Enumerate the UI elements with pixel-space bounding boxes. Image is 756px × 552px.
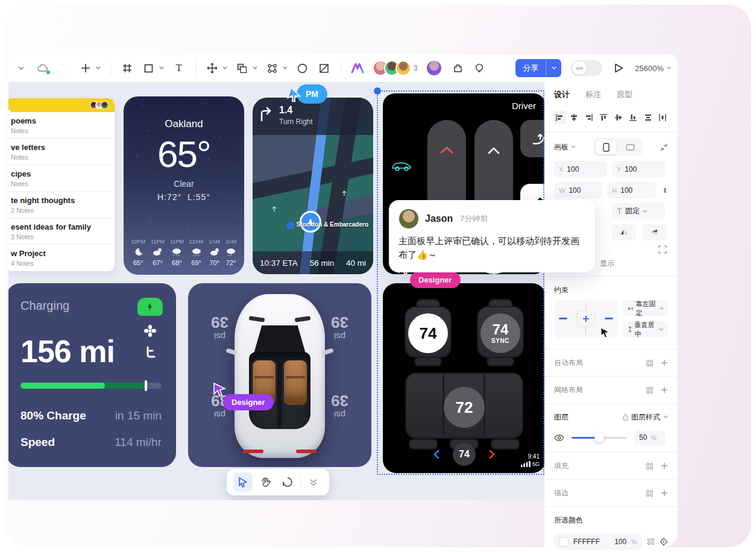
screenshot-stage: T (0, 0, 756, 552)
visibility-eye-icon[interactable] (554, 434, 564, 441)
y-position-field[interactable]: Y100 (612, 161, 665, 177)
style-library-icon[interactable] (646, 386, 654, 394)
opacity-slider-knob[interactable] (594, 433, 604, 442)
align-left-icon[interactable] (553, 111, 566, 124)
tab-annotate[interactable]: 标注 (585, 89, 601, 100)
share-chevron-icon[interactable] (546, 59, 561, 77)
design-canvas[interactable]: poems Notes ve letters Notes cipes Notes… (8, 82, 544, 500)
list-item[interactable]: cipes Notes (8, 165, 115, 192)
align-top-icon[interactable] (597, 111, 610, 124)
tire-pressure-card[interactable]: 39psi 39psi 39psi 39psi (188, 283, 371, 467)
color-swatch[interactable] (559, 537, 569, 547)
layer-style-dropdown[interactable]: 图层样式 (623, 412, 668, 422)
distribute-h-icon[interactable] (641, 111, 655, 124)
align-bottom-icon[interactable] (626, 111, 640, 124)
constrain-proportions-icon[interactable] (661, 187, 669, 194)
play-button[interactable] (612, 61, 625, 75)
selected-colors-title: 所选颜色 (554, 515, 583, 525)
comment-tool-button[interactable] (278, 472, 297, 492)
resize-mode-dropdown[interactable]: 固定 (612, 203, 665, 219)
shape-rect-tool[interactable] (142, 61, 156, 75)
clip-display-label[interactable]: 显示 (600, 259, 614, 269)
color-target-icon[interactable] (660, 538, 668, 546)
insert-chevron-icon[interactable] (96, 66, 101, 70)
move-tool[interactable] (206, 61, 219, 75)
add-auto-layout-icon[interactable] (661, 359, 668, 366)
alignment-toolbar (544, 106, 678, 132)
corner-radius-icon[interactable] (658, 245, 667, 254)
distribute-v-icon[interactable] (656, 111, 669, 124)
charging-card[interactable]: Charging 156 mi 80% Charge in 15 min Spe… (8, 283, 176, 467)
insert-plus-tool[interactable] (79, 61, 92, 75)
opacity-field[interactable]: 50 % (634, 430, 666, 445)
cloud-rain-icon (171, 248, 182, 256)
ai-logo[interactable] (351, 61, 364, 75)
style-library-icon[interactable] (646, 462, 654, 470)
width-field[interactable]: W100 (554, 182, 602, 198)
stroke-section: 描边 (544, 480, 678, 507)
select-tool-button[interactable] (233, 472, 253, 492)
tab-prototype[interactable]: 原型 (617, 89, 632, 100)
collaborator-avatars[interactable]: 3 (373, 60, 418, 76)
flip-horizontal-button[interactable] (612, 224, 636, 240)
list-item[interactable]: ve letters Notes (8, 139, 115, 165)
navigation-card[interactable]: 1.4 Turn Right Stockton & Embarcadero 10… (253, 98, 373, 274)
selection-rectangle[interactable] (377, 90, 544, 475)
add-fill-icon[interactable] (661, 462, 668, 469)
dev-mode-toggle[interactable]: </> (571, 60, 602, 76)
cloud-sync-icon[interactable] (36, 61, 49, 75)
list-item[interactable]: w Project 4 Notes (8, 245, 115, 271)
list-item[interactable]: te night thoughts 2 Notes (8, 192, 115, 218)
menu-chevron-icon[interactable] (14, 61, 28, 75)
fill-label: 填充 (554, 461, 569, 471)
flip-vertical-button[interactable] (642, 224, 666, 240)
selection-handle-dot[interactable] (374, 87, 381, 95)
plugin-icon[interactable] (451, 61, 464, 75)
notes-app-card[interactable]: poems Notes ve letters Notes cipes Notes… (8, 98, 115, 271)
collapse-toolbar-button[interactable] (304, 472, 323, 492)
tire-pressure-front-right: 39psi (331, 315, 348, 342)
color-value-field[interactable]: FFFFFF 100 % (554, 533, 642, 550)
shape-chevron-icon[interactable] (159, 66, 164, 70)
vector-chevron-icon[interactable] (283, 66, 288, 70)
charging-car-icon (137, 298, 163, 316)
slice-crop-tool[interactable] (318, 61, 331, 75)
tab-design[interactable]: 设计 (554, 89, 570, 100)
align-h-center-icon[interactable] (567, 111, 581, 124)
style-library-icon[interactable] (647, 538, 655, 545)
share-button[interactable]: 分享 (515, 59, 561, 77)
list-item[interactable]: poems Notes (8, 112, 115, 139)
horizontal-constraint-dropdown[interactable]: 靠左固定 (623, 300, 668, 316)
current-user-avatar[interactable] (426, 60, 443, 77)
boolean-chevron-icon[interactable] (253, 66, 257, 70)
landscape-orientation-button[interactable] (620, 140, 640, 154)
comment-popup[interactable]: Jason 7分钟前 主面板早上评审已确认，可以移动到待开发画布了👍～ (389, 200, 595, 272)
text-tool[interactable]: T (172, 61, 186, 75)
blend-drop-icon (623, 413, 628, 421)
portrait-orientation-button[interactable] (596, 140, 616, 154)
height-field[interactable]: H100 (607, 182, 655, 198)
comment-avatar (398, 209, 419, 229)
lightbulb-icon[interactable] (473, 61, 486, 75)
hand-tool-button[interactable] (256, 472, 275, 492)
x-position-field[interactable]: X100 (554, 161, 607, 177)
weather-card[interactable]: Oakland 65° Clear H:72° L:55° 10PM 65° 1… (124, 96, 244, 275)
vertical-constraint-dropdown[interactable]: 垂直居中 (623, 321, 668, 337)
add-grid-layout-icon[interactable] (661, 386, 668, 394)
comment-timestamp: 7分钟前 (460, 213, 488, 224)
collapse-panel-icon[interactable] (660, 143, 668, 151)
vector-node-tool[interactable] (266, 61, 279, 75)
list-item[interactable]: esent ideas for family 2 Notes (8, 218, 115, 245)
align-right-icon[interactable] (582, 111, 596, 124)
opacity-slider[interactable] (572, 437, 627, 439)
style-library-icon[interactable] (646, 489, 654, 497)
zoom-level-control[interactable]: 25600% (635, 64, 672, 73)
artboard-type-dropdown[interactable]: 画板 (554, 142, 576, 152)
mask-circle-tool[interactable] (296, 61, 309, 75)
boolean-shapes-tool[interactable] (236, 61, 249, 75)
add-stroke-icon[interactable] (661, 489, 668, 497)
style-library-icon[interactable] (646, 359, 654, 367)
frame-tool[interactable] (121, 61, 134, 75)
align-v-center-icon[interactable] (612, 111, 625, 124)
move-chevron-icon[interactable] (222, 66, 227, 70)
